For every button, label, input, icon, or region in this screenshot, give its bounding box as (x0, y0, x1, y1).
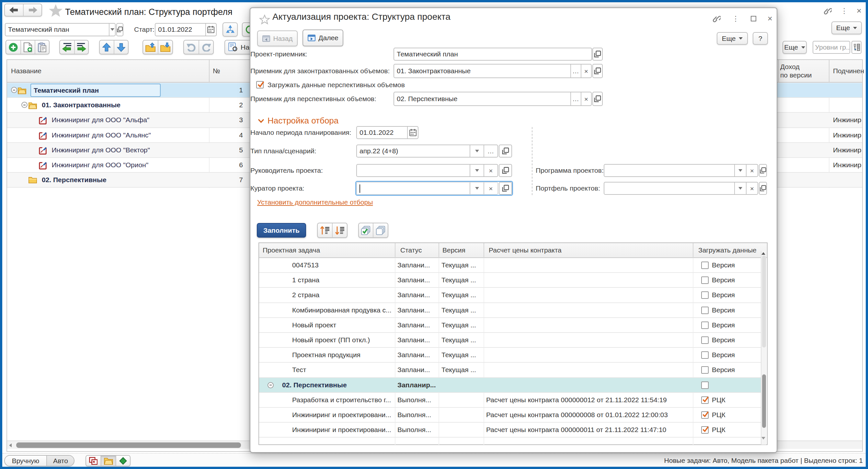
clear-button[interactable]: × (581, 64, 591, 78)
manager-open-button[interactable] (499, 164, 512, 177)
dropdown-button[interactable] (734, 182, 746, 194)
program-field[interactable]: × (604, 164, 758, 177)
select-ellipsis-button[interactable]: ... (570, 64, 581, 78)
move-up-button[interactable] (100, 40, 114, 54)
plan-combo-field[interactable]: Тематический план (5, 23, 116, 36)
load-checkbox[interactable] (701, 426, 709, 434)
load-checkbox[interactable] (701, 322, 709, 329)
col-load[interactable]: Загружать данные (698, 243, 756, 257)
task-row[interactable]: Новый проект Заплани... Текущая ... Верс… (259, 318, 762, 333)
clear-button[interactable]: × (484, 182, 497, 194)
fill-up-button[interactable] (318, 223, 332, 237)
collapse-icon[interactable] (21, 102, 28, 108)
hierarchy-view-button[interactable] (222, 22, 238, 37)
select-ellipsis-button[interactable]: ... (570, 92, 581, 105)
load-checkbox[interactable] (701, 336, 709, 344)
col-status[interactable]: Статус (400, 243, 422, 257)
contracted-field[interactable]: 01. Законтрактованные ... × (394, 64, 592, 78)
main-close-icon[interactable]: × (857, 6, 862, 16)
set-all-flags-button[interactable] (359, 223, 373, 237)
dialog-more-button[interactable]: Еще (717, 32, 748, 45)
favorite-star-icon[interactable] (49, 4, 63, 17)
curator-open-button[interactable] (499, 182, 512, 195)
task-row[interactable]: 0047513 Заплани... Текущая ... Версия (259, 258, 762, 273)
tree-col-subordinate[interactable]: Подчинен (833, 60, 864, 82)
back-button[interactable] (5, 4, 23, 16)
dropdown-button[interactable] (470, 182, 484, 194)
scroll-down-icon[interactable] (762, 440, 765, 447)
load-checkbox[interactable] (701, 381, 709, 389)
task-row[interactable]: Инжиниринг и проектировани... Выполня...… (259, 423, 762, 438)
task-row[interactable]: Тест Заплани... Текущая ... Версия (259, 363, 762, 378)
move-level-up-button[interactable] (60, 40, 74, 54)
period-field[interactable]: 01.01.2022 (356, 126, 418, 139)
receiver-field[interactable]: Тематический план (394, 48, 592, 61)
table-vertical-scrollbar[interactable] (761, 251, 766, 445)
task-row[interactable]: Инжиниринг и проектировани... Выполня...… (259, 408, 762, 423)
paste-button[interactable] (35, 40, 49, 54)
maximize-icon[interactable] (751, 16, 756, 21)
dialog-back-button[interactable]: Назад (257, 30, 298, 46)
undo-button[interactable] (184, 40, 198, 54)
tree-more-button[interactable]: Еще (782, 41, 807, 54)
clear-button[interactable]: × (746, 182, 757, 194)
milestones-view-button[interactable] (116, 456, 130, 466)
move-down-button[interactable] (114, 40, 128, 54)
manager-field[interactable]: × (356, 164, 498, 177)
dropdown-button[interactable] (734, 165, 746, 176)
col-task[interactable]: Проектная задача (263, 243, 320, 257)
fill-down-button[interactable] (332, 223, 347, 237)
plan-combo-dropdown[interactable] (109, 24, 115, 36)
plan-open-button[interactable] (116, 23, 123, 36)
task-group-row[interactable]: 02. Перспективные Запланир... (259, 378, 762, 393)
kebab-menu-icon[interactable]: ⋮ (840, 7, 847, 15)
tree-selected-cell[interactable]: Тематический план (30, 84, 161, 97)
collapse-icon[interactable] (268, 382, 274, 388)
main-more-button[interactable]: Еще (831, 21, 862, 34)
perspective-open-button[interactable] (592, 92, 603, 106)
task-row[interactable]: Разработка и строительство г... Выполня.… (259, 393, 762, 408)
collapse-icon[interactable] (11, 87, 17, 93)
tree-col-name[interactable]: Название (11, 60, 41, 82)
add-child-button[interactable] (21, 40, 35, 54)
program-open-button[interactable] (759, 164, 767, 177)
load-checkbox[interactable] (701, 397, 709, 404)
calendar-button[interactable] (407, 127, 418, 138)
task-row[interactable]: Проектная продукция Заплани... Текущая .… (259, 348, 762, 363)
clear-button[interactable]: × (746, 165, 757, 176)
dialog-next-button[interactable]: Далее (303, 29, 343, 46)
filter-section-header[interactable]: Настройка отбора (258, 116, 338, 126)
perspective-field[interactable]: 02. Перспективные ... × (394, 92, 592, 106)
curator-field[interactable]: × (356, 182, 498, 195)
task-row[interactable]: 1 страна Заплани... Текущая ... Версия (259, 273, 762, 288)
redo-button[interactable] (198, 40, 213, 54)
task-row[interactable]: 2 страна Заплани... Текущая ... Версия (259, 288, 762, 303)
scroll-thumb[interactable] (16, 442, 241, 448)
plan-type-open-button[interactable] (499, 145, 512, 157)
select-ellipsis-button[interactable]: ... (484, 145, 497, 157)
dialog-close-icon[interactable]: × (768, 13, 772, 24)
get-link-icon[interactable] (823, 7, 832, 15)
add-button[interactable] (6, 40, 21, 54)
scroll-up-icon[interactable] (762, 245, 765, 253)
dialog-star-icon[interactable] (259, 14, 270, 25)
load-checkbox[interactable] (701, 291, 709, 299)
move-level-down-button[interactable] (74, 40, 88, 54)
dropdown-button[interactable] (470, 145, 484, 157)
task-row[interactable]: Новый проект (ПП откл.) Заплани... Текущ… (259, 333, 762, 348)
col-version[interactable]: Версия (442, 243, 465, 257)
clear-button[interactable]: × (484, 165, 497, 176)
clear-button[interactable]: × (581, 92, 591, 105)
tree-col-num[interactable]: № (213, 60, 220, 82)
extra-filters-link[interactable]: Установить дополнительные отборы (257, 198, 373, 206)
start-date-field[interactable]: 01.01.2022 (155, 23, 217, 36)
scroll-left-icon[interactable] (9, 443, 12, 447)
kebab-menu-icon[interactable]: ⋮ (732, 14, 739, 23)
calendar-button[interactable] (205, 24, 216, 36)
load-checkbox[interactable] (701, 366, 709, 374)
dropdown-button[interactable] (470, 165, 484, 176)
col-calc[interactable]: Расчет цены контракта (489, 243, 562, 257)
plan-type-field[interactable]: апр.22 (4+8) ... (356, 145, 498, 157)
dialog-help-button[interactable]: ? (753, 32, 768, 45)
task-row[interactable]: Комбинированная продувка с... Заплани...… (259, 303, 762, 318)
